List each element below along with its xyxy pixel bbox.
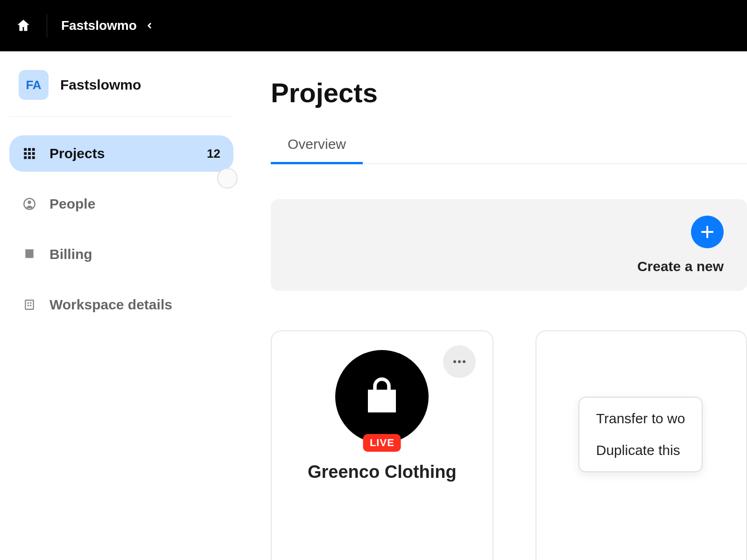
svg-point-19 [458, 360, 461, 363]
sidebar-item-billing[interactable]: Billing [9, 236, 233, 273]
project-logo: LIVE [335, 350, 429, 443]
svg-point-18 [453, 360, 456, 363]
card-menu-button[interactable] [443, 345, 476, 378]
menu-item-transfer[interactable]: Transfer to wo [596, 411, 685, 427]
svg-rect-14 [28, 305, 29, 306]
create-project-button[interactable] [691, 216, 724, 248]
breadcrumb: Fastslowmo [61, 18, 154, 33]
svg-rect-4 [28, 152, 31, 155]
dots-icon [452, 360, 466, 364]
create-project-label: Create a new [637, 259, 724, 274]
svg-rect-2 [32, 148, 35, 151]
sidebar-item-count: 12 [207, 147, 220, 161]
header-divider [47, 14, 47, 37]
sidebar-nav: Projects 12 People Billing W [9, 135, 233, 323]
svg-rect-15 [30, 305, 31, 306]
card-context-menu: Transfer to wo Duplicate this [578, 397, 703, 472]
receipt-icon [22, 247, 36, 261]
page-title: Projects [271, 77, 747, 108]
svg-rect-13 [30, 302, 31, 304]
sidebar-item-workspace-details[interactable]: Workspace details [9, 287, 233, 323]
svg-rect-0 [24, 148, 27, 151]
workspace-name: Fastslowmo [60, 77, 141, 93]
home-button[interactable] [14, 16, 33, 35]
chevron-left-icon [145, 20, 154, 31]
building-icon [22, 298, 36, 312]
sidebar-item-people[interactable]: People [9, 186, 233, 222]
project-cards: LIVE Greenco Clothing Transfer to wo Dup… [271, 330, 747, 560]
home-icon [15, 18, 31, 34]
svg-rect-12 [28, 302, 29, 304]
top-header: Fastslowmo [0, 0, 747, 51]
svg-rect-7 [28, 156, 31, 159]
workspace-header[interactable]: FA Fastslowmo [9, 65, 233, 117]
main-content: Projects Overview Create a new LIVE Gree… [243, 51, 747, 560]
breadcrumb-workspace[interactable]: Fastslowmo [61, 18, 137, 33]
create-project-panel: Create a new [271, 199, 747, 291]
sidebar-item-label: Workspace details [49, 297, 220, 313]
svg-point-20 [463, 360, 465, 363]
menu-item-duplicate[interactable]: Duplicate this [596, 442, 685, 458]
sidebar: FA Fastslowmo Projects 12 People [0, 51, 243, 560]
sidebar-item-projects[interactable]: Projects 12 [9, 135, 233, 172]
tour-marker[interactable] [217, 168, 238, 189]
svg-rect-8 [32, 156, 35, 159]
project-title: Greenco Clothing [308, 462, 457, 482]
workspace-avatar: FA [19, 70, 49, 100]
sidebar-item-label: Projects [49, 146, 194, 161]
sidebar-item-label: People [49, 196, 220, 212]
breadcrumb-chevron[interactable] [145, 20, 154, 31]
svg-rect-3 [24, 152, 27, 155]
svg-rect-6 [24, 156, 27, 159]
person-icon [22, 197, 36, 211]
sidebar-item-label: Billing [49, 246, 220, 262]
project-card[interactable]: LIVE Greenco Clothing [271, 330, 493, 560]
plus-icon [699, 224, 715, 240]
svg-rect-11 [25, 300, 33, 309]
bag-icon [361, 376, 403, 418]
svg-point-10 [28, 201, 31, 204]
svg-rect-1 [28, 148, 31, 151]
project-card[interactable]: Transfer to wo Duplicate this [536, 330, 747, 560]
status-badge: LIVE [363, 434, 401, 452]
tab-overview[interactable]: Overview [271, 132, 363, 163]
svg-rect-5 [32, 152, 35, 155]
grid-icon [22, 147, 36, 161]
tabs: Overview [271, 132, 747, 164]
